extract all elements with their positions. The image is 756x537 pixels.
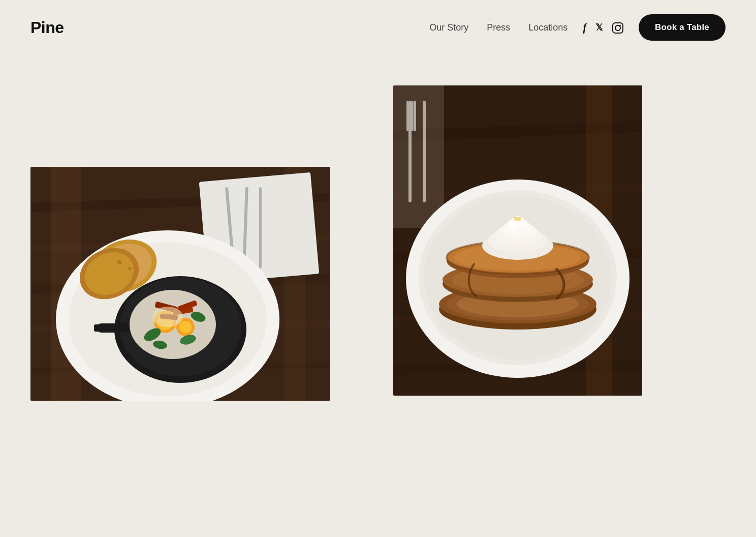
svg-rect-23 [94, 324, 101, 332]
svg-point-28 [179, 321, 192, 333]
header: Pine Our Story Press Locations f 𝕏 Book … [0, 0, 756, 55]
instagram-icon[interactable] [612, 21, 623, 34]
svg-point-37 [152, 307, 183, 327]
svg-point-18 [117, 260, 122, 264]
main-nav: Our Story Press Locations [429, 22, 568, 33]
facebook-icon[interactable]: f [583, 22, 586, 34]
svg-point-19 [128, 267, 132, 270]
svg-rect-22 [97, 323, 132, 333]
svg-rect-11 [259, 187, 262, 268]
nav-press[interactable]: Press [487, 22, 510, 33]
social-icons: f 𝕏 [583, 21, 623, 34]
pancake-image [393, 85, 642, 396]
svg-rect-50 [393, 85, 444, 228]
skillet-image-wrapper [30, 85, 363, 401]
svg-rect-75 [514, 217, 521, 221]
instagram-icon-shape [612, 22, 623, 34]
logo[interactable]: Pine [30, 18, 64, 37]
nav-our-story[interactable]: Our Story [429, 22, 468, 33]
skillet-image [30, 167, 330, 401]
twitter-icon[interactable]: 𝕏 [595, 22, 603, 33]
pancake-svg [393, 85, 642, 396]
nav-locations[interactable]: Locations [528, 22, 568, 33]
book-table-button[interactable]: Book a Table [639, 14, 726, 41]
skillet-svg [30, 167, 330, 401]
nav-right: Our Story Press Locations f 𝕏 Book a Tab… [429, 14, 726, 41]
main-content [0, 55, 756, 441]
pancake-image-wrapper [393, 85, 726, 396]
